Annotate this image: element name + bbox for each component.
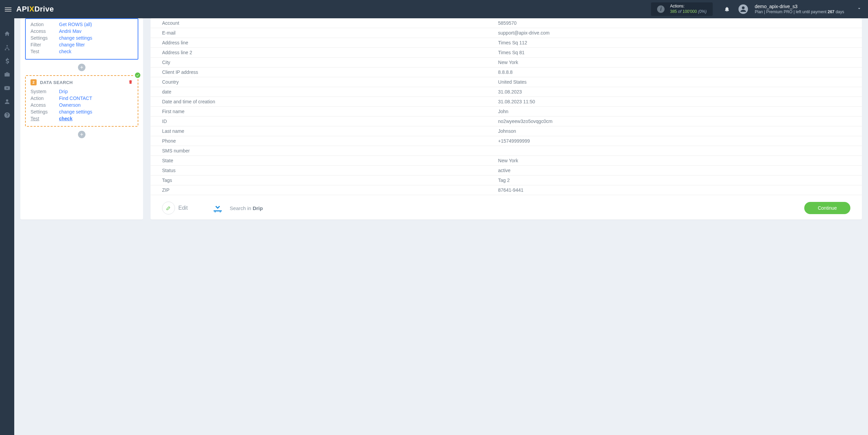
logo-x: X — [29, 5, 34, 13]
info-icon: i — [657, 5, 665, 13]
actions-total: 100'000 — [683, 9, 697, 14]
app-header: APIXDrive i Actions: 385 of 100'000 (0%)… — [0, 0, 868, 18]
plan-prefix: Plan | — [755, 9, 765, 14]
notifications-bell-icon[interactable] — [722, 4, 732, 14]
user-name: demo_apix-drive_s3 — [755, 4, 856, 10]
hamburger-menu-icon[interactable] — [5, 6, 12, 12]
user-plan: Plan | Premium PRO | left until payment … — [755, 9, 856, 15]
chevron-down-icon[interactable] — [856, 6, 862, 13]
actions-used: 385 — [670, 9, 677, 14]
logo-drive: Drive — [34, 5, 54, 13]
logo-api: API — [16, 5, 29, 13]
user-block[interactable]: demo_apix-drive_s3 Plan | Premium PRO | … — [755, 4, 856, 15]
actions-label: Actions: — [670, 4, 685, 8]
plan-days-num: 267 — [828, 9, 834, 14]
app-logo[interactable]: APIXDrive — [16, 5, 54, 14]
actions-of: of — [678, 9, 682, 14]
actions-pct: (0%) — [698, 9, 707, 14]
avatar-icon[interactable] — [738, 4, 748, 14]
plan-days-label: days — [835, 9, 844, 14]
plan-suffix: | left until payment — [794, 9, 827, 14]
plan-name: Premium PRO — [766, 9, 792, 14]
actions-counter[interactable]: i Actions: 385 of 100'000 (0%) — [651, 2, 713, 16]
actions-text: Actions: 385 of 100'000 (0%) — [670, 4, 707, 14]
